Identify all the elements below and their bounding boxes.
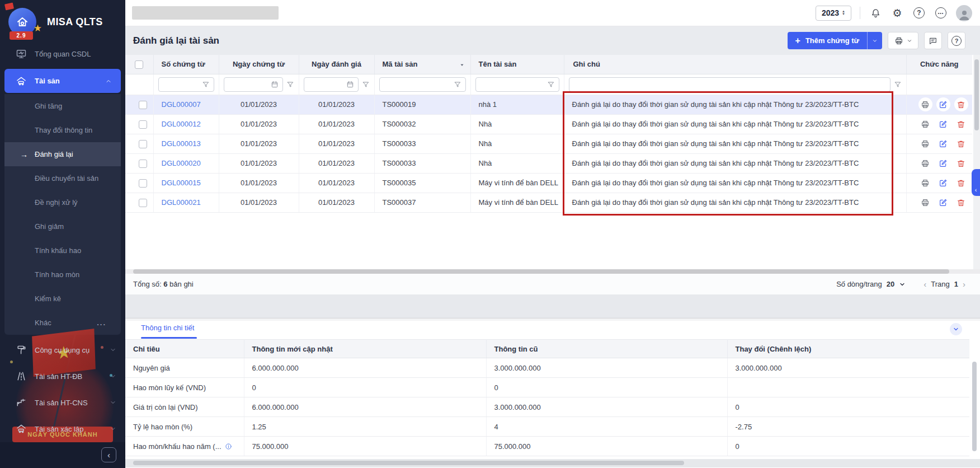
row-checkbox[interactable] bbox=[139, 179, 147, 188]
doc-number-link[interactable]: DGL000015 bbox=[162, 179, 201, 187]
add-document-dropdown[interactable] bbox=[868, 38, 882, 44]
sidebar-subitem-thay-doi-thong-tin[interactable]: Thay đổi thông tin bbox=[4, 118, 121, 142]
help-button[interactable]: ? bbox=[948, 32, 965, 49]
feedback-button[interactable] bbox=[924, 32, 942, 49]
column-header-doc-date[interactable]: Ngày chứng từ bbox=[219, 55, 299, 74]
next-page-button[interactable]: › bbox=[963, 280, 965, 288]
page-size-dropdown[interactable] bbox=[899, 281, 906, 288]
print-menu-button[interactable] bbox=[888, 32, 918, 49]
spinner-icon[interactable]: ▲▼ bbox=[842, 10, 845, 16]
sidebar-subitem-ghi-giam[interactable]: Ghi giảm bbox=[4, 214, 121, 238]
sidebar-item-tai-san[interactable]: Tài sản bbox=[4, 69, 121, 93]
delete-row-button[interactable] bbox=[954, 176, 968, 190]
sidebar-item-tong-quan-csdl[interactable]: Tổng quan CSDL bbox=[0, 43, 125, 65]
row-checkbox[interactable] bbox=[139, 199, 147, 207]
row-checkbox[interactable] bbox=[139, 160, 147, 168]
caret-down-icon[interactable] bbox=[459, 62, 465, 68]
more-options-icon[interactable]: ••• bbox=[934, 6, 948, 20]
doc-date-cell: 01/01/2023 bbox=[219, 95, 299, 114]
sidebar-item-tai-san-ht-db[interactable]: Tài sản HT-ĐB bbox=[0, 364, 125, 388]
table-row[interactable]: DGL000020 01/01/2023 01/01/2023 TS000033… bbox=[125, 153, 972, 173]
edit-row-button[interactable] bbox=[936, 97, 950, 111]
user-avatar[interactable] bbox=[956, 5, 972, 21]
tab-thong-tin-chi-tiet[interactable]: Thông tin chi tiết bbox=[141, 324, 194, 332]
doc-number-link[interactable]: DGL000007 bbox=[162, 100, 201, 109]
vertical-scrollbar[interactable] bbox=[973, 55, 980, 269]
sidebar-subitem-kiem-ke[interactable]: Kiểm kê bbox=[4, 287, 121, 311]
print-row-button[interactable] bbox=[918, 156, 932, 170]
sidebar-item-tai-san-ht-cns[interactable]: Tài sản HT-CNS bbox=[0, 391, 125, 414]
column-header-doc-no[interactable]: Số chứng từ bbox=[153, 55, 219, 74]
sidebar-subitem-khac[interactable]: Khác ... bbox=[4, 311, 121, 335]
previous-page-button[interactable]: ‹ bbox=[924, 280, 926, 288]
total-unit: bản ghi bbox=[169, 280, 194, 288]
doc-number-link[interactable]: DGL000020 bbox=[162, 159, 201, 167]
print-row-button[interactable] bbox=[918, 137, 932, 151]
notifications-bell-icon[interactable] bbox=[869, 6, 882, 20]
add-document-button[interactable]: + Thêm chứng từ bbox=[788, 32, 882, 49]
table-row[interactable]: DGL000013 01/01/2023 01/01/2023 TS000033… bbox=[125, 134, 972, 153]
asset-code-cell: TS000035 bbox=[374, 173, 470, 193]
scrollbar-thumb[interactable] bbox=[974, 59, 979, 130]
print-row-button[interactable] bbox=[918, 176, 932, 190]
year-selector[interactable]: 2023 ▲▼ bbox=[816, 6, 851, 21]
funnel-icon[interactable] bbox=[362, 81, 370, 88]
delete-row-button[interactable] bbox=[954, 117, 968, 131]
table-row[interactable]: DGL000021 01/01/2023 01/01/2023 TS000037… bbox=[125, 193, 972, 212]
help-icon[interactable]: ? bbox=[912, 6, 926, 20]
detail-vertical-scrollbar[interactable] bbox=[972, 362, 977, 451]
sidebar-subitem-ghi-tang[interactable]: Ghi tăng bbox=[4, 94, 121, 118]
edit-row-button[interactable] bbox=[936, 137, 950, 151]
doc-number-link[interactable]: DGL000013 bbox=[162, 139, 201, 148]
delete-row-button[interactable] bbox=[954, 195, 968, 209]
scrollbar-thumb[interactable] bbox=[133, 461, 684, 465]
doc-number-link[interactable]: DGL000021 bbox=[162, 198, 201, 207]
print-row-button[interactable] bbox=[918, 97, 932, 111]
horizontal-scrollbar[interactable] bbox=[125, 269, 980, 274]
edit-row-button[interactable] bbox=[936, 176, 950, 190]
row-checkbox[interactable] bbox=[139, 101, 147, 109]
sidebar-subitem-tinh-khau-hao[interactable]: Tính khấu hao bbox=[4, 238, 121, 263]
filter-eval-date-input[interactable] bbox=[304, 77, 359, 92]
sidebar-subitem-danh-gia-lai[interactable]: → Đánh giá lại bbox=[4, 142, 121, 166]
filter-doc-no-input[interactable] bbox=[158, 77, 214, 92]
print-row-button[interactable] bbox=[918, 117, 932, 131]
sidebar-subitem-tinh-hao-mon[interactable]: Tính hao mòn bbox=[4, 263, 121, 287]
column-header-note[interactable]: Ghi chú bbox=[564, 55, 906, 74]
sidebar-item-cong-cu-dung-cu[interactable]: Công cụ dụng cụ bbox=[0, 338, 125, 362]
filter-doc-date-input[interactable] bbox=[224, 77, 283, 92]
table-row[interactable]: DGL000015 01/01/2023 01/01/2023 TS000035… bbox=[125, 173, 972, 193]
sidebar-collapse-button[interactable]: ‹ bbox=[101, 447, 116, 462]
column-header-asset-code[interactable]: Mã tài sản bbox=[374, 55, 470, 74]
edit-row-button[interactable] bbox=[936, 195, 950, 209]
row-checkbox[interactable] bbox=[139, 120, 147, 129]
select-all-checkbox[interactable] bbox=[135, 60, 143, 69]
column-header-eval-date[interactable]: Ngày đánh giá bbox=[299, 55, 374, 74]
scrollbar-thumb[interactable] bbox=[133, 269, 949, 274]
info-icon[interactable] bbox=[225, 443, 232, 450]
doc-number-link[interactable]: DGL000012 bbox=[162, 120, 201, 128]
sidebar-item-tai-san-xac-lap[interactable]: Tài sản xác lập bbox=[0, 417, 125, 441]
monitor-icon bbox=[16, 48, 27, 59]
funnel-icon[interactable] bbox=[286, 81, 294, 88]
column-header-asset-name[interactable]: Tên tài sản bbox=[470, 55, 564, 74]
filter-asset-code-input[interactable] bbox=[379, 77, 466, 92]
edit-row-button[interactable] bbox=[936, 117, 950, 131]
funnel-icon[interactable] bbox=[894, 81, 902, 88]
delete-row-button[interactable] bbox=[954, 156, 968, 170]
settings-gear-icon[interactable]: ⚙ bbox=[891, 6, 904, 20]
sidebar-subitem-de-nghi-xu-ly[interactable]: Đề nghị xử lý bbox=[4, 190, 121, 214]
delete-row-button[interactable] bbox=[954, 97, 968, 111]
collapse-detail-button[interactable] bbox=[950, 323, 962, 335]
row-checkbox[interactable] bbox=[139, 140, 147, 148]
detail-horizontal-scrollbar[interactable] bbox=[125, 459, 980, 467]
edit-row-button[interactable] bbox=[936, 156, 950, 170]
table-row[interactable]: DGL000012 01/01/2023 01/01/2023 TS000032… bbox=[125, 114, 972, 134]
filter-note-input[interactable] bbox=[569, 77, 891, 92]
collapsed-panel-handle[interactable]: ‹ bbox=[972, 169, 980, 196]
sidebar-subitem-dieu-chuyen-tai-san[interactable]: Điều chuyển tài sản bbox=[4, 166, 121, 190]
filter-asset-name-input[interactable] bbox=[475, 77, 559, 92]
table-row[interactable]: DGL000007 01/01/2023 01/01/2023 TS000019… bbox=[125, 95, 972, 114]
print-row-button[interactable] bbox=[918, 195, 932, 209]
delete-row-button[interactable] bbox=[954, 137, 968, 151]
